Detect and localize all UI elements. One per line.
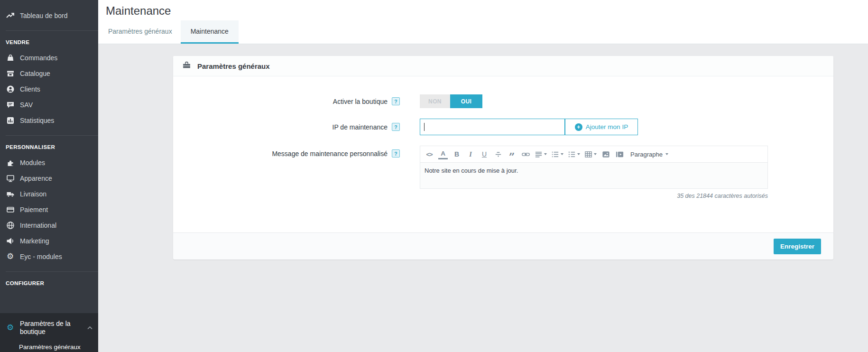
sidebar-active-group: ⚙ Paramètres de la boutique Paramètres g…: [0, 313, 98, 352]
ordered-list-icon[interactable]: [568, 149, 580, 159]
chat-bubble-icon: [6, 100, 15, 109]
tab-parametres-generaux[interactable]: Paramètres généraux: [100, 20, 181, 44]
shop-enable-toggle: NON OUI: [420, 94, 482, 108]
unordered-list-icon[interactable]: [551, 149, 563, 159]
user-circle-icon: [6, 84, 15, 93]
sidebar-item-label: Catalogue: [20, 70, 50, 77]
underline-icon[interactable]: U: [480, 149, 489, 159]
text-color-icon[interactable]: A: [438, 149, 448, 159]
chevron-down-icon: [594, 153, 597, 155]
gear-icon: ⚙: [6, 252, 15, 261]
trending-up-icon: [6, 11, 15, 20]
panel-footer: Enregistrer: [173, 232, 833, 259]
sidebar: Tableau de bord VENDRE Commandes Cata: [0, 0, 98, 352]
code-icon[interactable]: <>: [425, 149, 434, 159]
bold-icon[interactable]: B: [452, 149, 462, 159]
editor-toolbar: <> A B I U ”: [420, 146, 767, 162]
save-button[interactable]: Enregistrer: [774, 239, 821, 254]
image-icon[interactable]: [601, 149, 610, 159]
toggle-off-button[interactable]: NON: [420, 94, 450, 108]
sidebar-section-vendre: VENDRE: [0, 37, 98, 50]
rich-text-editor: <> A B I U ”: [420, 146, 768, 189]
italic-icon[interactable]: I: [466, 149, 475, 159]
sidebar-item-eyc-modules[interactable]: ⚙ Eyc - modules: [0, 249, 98, 264]
sidebar-item-international[interactable]: International: [0, 217, 98, 233]
sidebar-item-statistiques[interactable]: Statistiques: [0, 112, 98, 128]
maintenance-ip-label: IP de maintenance: [332, 123, 388, 131]
form-row-maintenance-message: Message de maintenance personnalisé ? <>…: [183, 146, 824, 199]
help-icon[interactable]: ?: [392, 123, 400, 131]
sidebar-item-parametres-boutique[interactable]: ⚙ Paramètres de la boutique: [0, 319, 98, 337]
page-title: Maintenance: [98, 0, 868, 20]
sidebar-divider: [6, 271, 98, 272]
link-icon[interactable]: [521, 149, 530, 159]
sidebar-item-apparence[interactable]: Apparence: [0, 170, 98, 186]
chevron-down-icon: [561, 153, 563, 155]
sidebar-subitem-parametres-generaux[interactable]: Paramètres généraux: [0, 337, 98, 352]
maintenance-ip-input[interactable]: [420, 119, 565, 135]
gear-icon: ⚙: [6, 324, 15, 332]
sidebar-item-label: Paiement: [20, 206, 48, 213]
sidebar-item-label: Livraison: [20, 190, 46, 198]
settings-panel: Paramètres généraux Activer la boutique …: [173, 56, 833, 232]
shopping-bag-icon: [6, 53, 15, 62]
sidebar-item-modules[interactable]: Modules: [0, 155, 98, 170]
sidebar-item-paiement[interactable]: Paiement: [0, 202, 98, 217]
truck-icon: [6, 189, 15, 198]
sidebar-section-personnaliser: PERSONNALISER: [0, 142, 98, 155]
sidebar-item-label: SAV: [20, 101, 33, 109]
puzzle-icon: [6, 158, 15, 167]
globe-icon: [6, 221, 15, 230]
editor-content[interactable]: Notre site en cours de mise à jour.: [420, 162, 767, 188]
blockquote-icon[interactable]: ”: [507, 149, 517, 159]
sidebar-item-marketing[interactable]: Marketing: [0, 233, 98, 249]
align-icon[interactable]: [535, 149, 547, 159]
chevron-up-icon: [87, 324, 92, 331]
paragraph-dropdown[interactable]: Paragraphe: [630, 149, 668, 159]
panel-heading: Paramètres généraux: [173, 56, 833, 76]
tab-maintenance[interactable]: Maintenance: [181, 20, 239, 44]
help-icon[interactable]: ?: [392, 97, 400, 105]
tab-bar: Paramètres généraux Maintenance: [98, 20, 868, 44]
monitor-icon: [6, 174, 15, 183]
megaphone-icon: [6, 236, 15, 245]
character-count: 35 des 21844 caractères autorisés: [420, 193, 768, 199]
paragraph-dropdown-label: Paragraphe: [630, 151, 663, 158]
form-row-shop-enable: Activer la boutique ? NON OUI: [183, 94, 824, 108]
content-area: Paramètres généraux Activer la boutique …: [98, 44, 868, 352]
media-icon[interactable]: [615, 149, 624, 159]
sidebar-item-label: Marketing: [20, 237, 49, 245]
sidebar-item-label: Apparence: [20, 175, 52, 182]
sidebar-item-clients[interactable]: Clients: [0, 81, 98, 97]
sidebar-item-catalogue[interactable]: Catalogue: [0, 65, 98, 81]
sidebar-item-livraison[interactable]: Livraison: [0, 186, 98, 202]
store-icon: [6, 69, 15, 78]
maintenance-message-label: Message de maintenance personnalisé: [272, 150, 388, 157]
sidebar-item-dashboard[interactable]: Tableau de bord: [0, 8, 98, 23]
chevron-down-icon: [577, 153, 580, 155]
main-area: Maintenance Paramètres généraux Maintena…: [98, 0, 868, 352]
help-icon[interactable]: ?: [392, 149, 400, 157]
form-row-maintenance-ip: IP de maintenance ?: [183, 119, 824, 135]
text-cursor: [424, 123, 425, 131]
app-window: Tableau de bord VENDRE Commandes Cata: [0, 0, 868, 352]
sidebar-section-configurer: CONFIGURER: [0, 278, 98, 291]
strikethrough-icon[interactable]: [493, 149, 503, 159]
sidebar-item-label: International: [20, 222, 56, 229]
sidebar-item-commandes[interactable]: Commandes: [0, 50, 98, 65]
sidebar-item-label: Eyc - modules: [20, 253, 62, 260]
toggle-on-button[interactable]: OUI: [450, 94, 482, 108]
panel-body: Activer la boutique ? NON OUI: [173, 76, 833, 232]
plus-icon: +: [575, 123, 582, 131]
table-icon[interactable]: [584, 149, 597, 159]
sidebar-item-label: Tableau de bord: [20, 12, 67, 19]
briefcase-icon: [182, 61, 191, 71]
panel-heading-title: Paramètres généraux: [197, 62, 270, 70]
sidebar-item-sav[interactable]: SAV: [0, 97, 98, 112]
sidebar-divider: [6, 30, 98, 31]
add-my-ip-button[interactable]: + Ajouter mon IP: [565, 119, 638, 135]
sidebar-item-label: Commandes: [20, 54, 57, 62]
chevron-down-icon: [665, 153, 668, 155]
bar-chart-icon: [6, 116, 15, 125]
sidebar-item-label: Paramètres de la boutique: [20, 320, 76, 336]
